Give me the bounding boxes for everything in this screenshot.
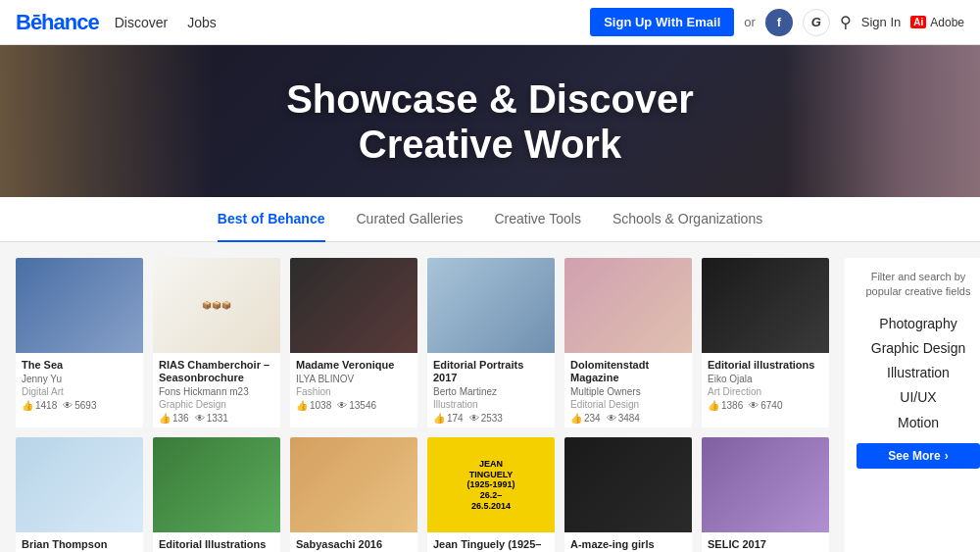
card-title: Editorial Illustrations Jan- [159, 538, 274, 552]
card-sabyasachi[interactable]: Sabyasachi 2016 [290, 437, 417, 552]
adobe-badge: Ai [910, 16, 926, 28]
header-nav: Discover Jobs [115, 15, 217, 30]
signin-link[interactable]: Sign In [861, 15, 901, 29]
card-title: Editorial illustrations [708, 359, 823, 372]
see-more-button[interactable]: See More › [857, 443, 980, 469]
card-the-sea[interactable]: The Sea Jenny Yu Digital Art 👍 1418 👁 56… [16, 258, 143, 427]
card-info: Sabyasachi 2016 [290, 532, 417, 552]
card-info: Jean Tinguely (1925–1991) [427, 532, 555, 552]
card-jean-tinguely[interactable]: JEANTINGUELY(1925-1991)26.2–26.5.2014 Je… [427, 437, 555, 552]
card-title: Dolomitenstadt Magazine [570, 359, 686, 384]
card-category: Fashion [296, 386, 412, 397]
card-author: Fons Hickmann m23 [159, 386, 274, 397]
card-category: Digital Art [22, 386, 137, 397]
card-stats: 👍 234 👁 3484 [570, 413, 686, 424]
tab-best-of-behance[interactable]: Best of Behance [218, 197, 325, 242]
card-category: Art Direction [708, 386, 823, 397]
tabs-bar: Best of Behance Curated Galleries Creati… [0, 197, 980, 242]
card-editorial-jan[interactable]: Editorial Illustrations Jan- [153, 437, 280, 552]
card-dolomitenstadt[interactable]: Dolomitenstadt Magazine Multiple Owners … [564, 258, 692, 427]
signup-button[interactable]: Sign Up With Email [590, 8, 734, 36]
field-graphic-design[interactable]: Graphic Design [857, 336, 980, 361]
arrow-right-icon: › [945, 449, 949, 463]
card-thumb [153, 437, 280, 532]
nav-discover[interactable]: Discover [115, 15, 168, 30]
header: Bēhance Discover Jobs Sign Up With Email… [0, 0, 980, 45]
header-left: Bēhance Discover Jobs [16, 10, 217, 35]
card-info: Editorial Portraits 2017 Berto Martinez … [427, 353, 555, 427]
hero-title-line1: Showcase & Discover [286, 77, 694, 121]
behance-logo[interactable]: Bēhance [16, 10, 99, 35]
card-stats: 👍 136 👁 1331 [159, 413, 274, 424]
card-a-maze-ing-girls[interactable]: A-maze-ing girls [564, 437, 692, 552]
tab-curated-galleries[interactable]: Curated Galleries [357, 197, 464, 242]
card-title: Editorial Portraits 2017 [433, 359, 549, 384]
adobe-label: Adobe [930, 16, 964, 29]
card-title: The Sea [22, 359, 137, 372]
likes-stat: 👍 234 [570, 413, 601, 424]
card-thumb [16, 437, 143, 532]
card-thumb [564, 437, 692, 532]
content-area: The Sea Jenny Yu Digital Art 👍 1418 👁 56… [0, 242, 980, 552]
tab-creative-tools[interactable]: Creative Tools [494, 197, 580, 242]
views-stat: 👁 3484 [607, 413, 640, 424]
card-stats: 👍 1418 👁 5693 [22, 400, 137, 411]
gallery-grid: The Sea Jenny Yu Digital Art 👍 1418 👁 56… [16, 258, 829, 552]
card-editorial-illustrations[interactable]: Editorial illustrations Eiko Ojala Art D… [702, 258, 829, 427]
card-brian-thompson[interactable]: Brian Thompson Financial [16, 437, 143, 552]
card-title: A-maze-ing girls [570, 538, 686, 551]
card-info: The Sea Jenny Yu Digital Art 👍 1418 👁 56… [16, 353, 143, 415]
card-author: ILYA BLINOV [296, 374, 412, 384]
card-info: Dolomitenstadt Magazine Multiple Owners … [564, 353, 692, 427]
card-category: Illustration [433, 399, 549, 410]
field-illustration[interactable]: Illustration [857, 361, 980, 385]
card-author: Eiko Ojala [708, 374, 823, 384]
nav-jobs[interactable]: Jobs [187, 15, 217, 30]
likes-stat: 👍 1418 [22, 400, 57, 411]
sidebar-description: Filter and search by popular creative fi… [857, 270, 980, 300]
field-ui-ux[interactable]: UI/UX [857, 385, 980, 410]
card-thumb [702, 437, 829, 532]
facebook-signup-icon[interactable]: f [765, 9, 793, 36]
views-stat: 👁 2533 [469, 413, 503, 424]
sidebar: Filter and search by popular creative fi… [845, 258, 980, 552]
likes-stat: 👍 1038 [296, 400, 331, 411]
views-stat: 👁 13546 [337, 400, 376, 411]
card-info: SELIC 2017 [702, 532, 829, 552]
likes-stat: 👍 1386 [708, 400, 743, 411]
header-right: Sign Up With Email or f G ⚲ Sign In Ai A… [590, 8, 964, 36]
card-thumb [16, 258, 143, 353]
card-title: Madame Veronique [296, 359, 412, 372]
card-rias[interactable]: 📦📦📦 RIAS Chamberchoir – Seasonbrochure F… [153, 258, 280, 427]
field-photography[interactable]: Photography [857, 312, 980, 336]
card-author: Berto Martinez [433, 386, 549, 397]
or-label: or [744, 15, 756, 29]
card-title: Jean Tinguely (1925–1991) [433, 538, 549, 552]
hero-title: Showcase & Discover Creative Work [286, 76, 694, 167]
likes-stat: 👍 174 [433, 413, 464, 424]
card-stats: 👍 1386 👁 6740 [708, 400, 823, 411]
card-category: Editorial Design [570, 399, 686, 410]
card-title: RIAS Chamberchoir – Seasonbrochure [159, 359, 274, 384]
views-stat: 👁 6740 [749, 400, 782, 411]
hero-left-image [0, 45, 216, 197]
hero-section: Showcase & Discover Creative Work [0, 45, 980, 197]
card-info: Editorial illustrations Eiko Ojala Art D… [702, 353, 829, 415]
card-madame-veronique[interactable]: Madame Veronique ILYA BLINOV Fashion 👍 1… [290, 258, 417, 427]
card-info: Editorial Illustrations Jan- [153, 532, 280, 552]
card-author: Multiple Owners [570, 386, 686, 397]
card-info: Madame Veronique ILYA BLINOV Fashion 👍 1… [290, 353, 417, 415]
hero-right-image [784, 45, 980, 197]
card-stats: 👍 1038 👁 13546 [296, 400, 412, 411]
field-motion[interactable]: Motion [857, 411, 980, 435]
google-signup-icon[interactable]: G [803, 9, 830, 36]
card-editorial-portraits[interactable]: Editorial Portraits 2017 Berto Martinez … [427, 258, 555, 427]
search-button[interactable]: ⚲ [840, 13, 852, 31]
card-thumb [564, 258, 692, 353]
tab-schools-organizations[interactable]: Schools & Organizations [612, 197, 762, 242]
hero-title-line2: Creative Work [359, 123, 621, 166]
card-selic[interactable]: SELIC 2017 [702, 437, 829, 552]
card-info: RIAS Chamberchoir – Seasonbrochure Fons … [153, 353, 280, 427]
see-more-label: See More [888, 449, 940, 463]
card-category: Graphic Design [159, 399, 274, 410]
